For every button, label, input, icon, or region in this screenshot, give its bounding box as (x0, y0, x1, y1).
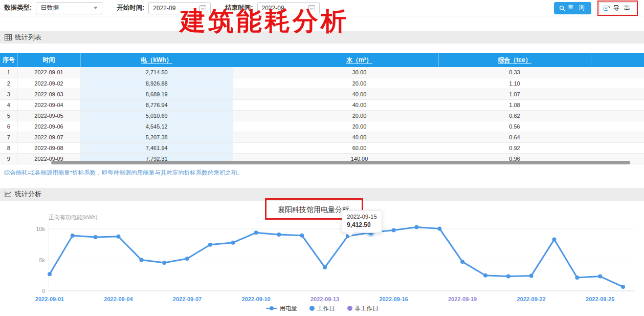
column-header-empty (591, 53, 644, 67)
y-axis-label: 正向有功电能(kWh) (49, 214, 97, 220)
table-icon (5, 34, 12, 40)
electricity-usage-chart[interactable]: 襄阳科技馆用电量分析 2022-09-15 9,412.50 正向有功电能(kW… (0, 201, 644, 316)
query-button-label: 查 询 (567, 4, 586, 12)
column-header-spacer (233, 53, 280, 67)
annotation-big-title: 建筑能耗分析 (180, 8, 349, 34)
table-cell: 8,689.19 (80, 89, 233, 99)
data-type-value: 日数据 (40, 4, 59, 12)
data-type-group: 数据类型: 日数据 (4, 2, 102, 14)
table-cell: 1.07 (438, 89, 591, 99)
x-tick-label: 2022-09-04 (104, 296, 133, 302)
column-header-index: 序号 (0, 53, 17, 67)
x-tick-label: 2022-09-10 (241, 296, 270, 302)
legend-item-workday[interactable]: 工作日 (309, 305, 335, 312)
data-point (529, 273, 534, 278)
data-point (552, 237, 557, 241)
data-point (208, 242, 212, 246)
table-row: 72022-09-075,207.3840.000.64 (0, 132, 644, 142)
data-point (48, 272, 52, 276)
table-cell (591, 121, 644, 132)
export-button-label: 导 出 (613, 4, 632, 12)
table-cell: 40.00 (280, 132, 438, 142)
table-cell (233, 132, 280, 142)
table-cell: 0.56 (438, 121, 591, 132)
table-cell (233, 67, 280, 78)
x-tick-label: 2022-09-19 (448, 296, 477, 302)
chevron-down-icon (94, 7, 98, 9)
table-cell: 7,461.94 (80, 142, 233, 153)
data-point (392, 228, 396, 232)
x-tick-label: 2022-09-01 (35, 296, 64, 302)
table-cell: 2,714.50 (80, 67, 233, 78)
table-cell (233, 78, 280, 89)
tooltip-value: 9,412.50 (347, 221, 377, 229)
table-row: 52022-09-055,010.6920.000.62 (0, 110, 644, 121)
data-type-select[interactable]: 日数据 (36, 2, 102, 14)
table-cell: 4 (0, 99, 17, 110)
legend-item-nonworkday[interactable]: 非工作日 (347, 305, 379, 312)
data-point (139, 258, 143, 262)
data-point (231, 240, 235, 244)
comprehensive-energy-footnote: 综合能耗=Σ各能源用能量*折标系数，即每种能源的用能量与其对应的折标系数的乘积之… (4, 169, 644, 177)
data-point (323, 265, 327, 269)
table-cell: 0.33 (438, 67, 591, 78)
water-sort-link[interactable]: 水（m³） (346, 56, 372, 64)
table-cell (233, 142, 280, 153)
export-button[interactable]: 导 出 (599, 2, 636, 14)
energy-stats-table: 序号 时间 电（kWh） 水（m³） 综合（tce） 12022-09-012,… (0, 53, 644, 164)
table-cell: 20.00 (280, 78, 438, 89)
table-cell: 2022-09-02 (17, 78, 80, 89)
table-cell: 8 (0, 142, 17, 153)
table-cell: 30.00 (280, 67, 438, 78)
data-point (300, 233, 304, 237)
table-cell: 3 (0, 89, 17, 99)
table-cell: 1.08 (438, 99, 591, 110)
table-cell (591, 67, 644, 78)
column-header-electricity: 电（kWh） (80, 53, 233, 67)
export-icon (604, 5, 611, 11)
horizontal-scrollbar[interactable] (51, 161, 630, 164)
table-cell: 20.00 (280, 110, 438, 121)
table-cell: 40.00 (280, 89, 438, 99)
data-point (94, 235, 98, 239)
table-row: 32022-09-038,689.1940.001.07 (0, 89, 644, 99)
data-point (185, 257, 189, 261)
start-time-label: 开始时间: (117, 4, 144, 12)
tooltip-date: 2022-09-15 (347, 213, 377, 221)
table-cell: 2022-09-06 (17, 121, 80, 132)
data-point (598, 274, 602, 278)
table-cell: 0.92 (438, 142, 591, 153)
y-tick-label: 5k (39, 257, 45, 263)
table-cell: 4,545.12 (80, 121, 233, 132)
legend-item-usage[interactable]: 用电量 (266, 305, 298, 312)
start-time-value: 2022-09 (153, 5, 175, 12)
x-tick-label: 2022-09-16 (379, 296, 408, 302)
line-marker-icon (266, 308, 277, 309)
table-row: 42022-09-048,776.9440.001.08 (0, 99, 644, 110)
y-tick-label: 0 (42, 288, 45, 294)
table-row: 22022-09-028,926.8820.001.10 (0, 78, 644, 89)
x-tick-label: 2022-09-25 (586, 296, 614, 302)
data-point (437, 226, 441, 230)
export-annotation-box: 导 出 (597, 1, 638, 16)
data-point (71, 234, 75, 238)
comprehensive-sort-link[interactable]: 综合（tce） (498, 56, 531, 64)
table-cell: 2022-09-05 (17, 110, 80, 121)
data-point (117, 234, 121, 238)
query-button[interactable]: 查 询 (554, 2, 591, 14)
table-cell: 0.62 (438, 110, 591, 121)
table-cell (233, 110, 280, 121)
table-cell (591, 99, 644, 110)
table-cell (591, 110, 644, 121)
x-tick-label: 2022-09-22 (517, 296, 545, 302)
legend-label-usage: 用电量 (280, 305, 298, 312)
stats-list-title: 统计列表 (15, 33, 41, 42)
table-cell: 40.00 (280, 99, 438, 110)
data-type-label: 数据类型: (4, 4, 32, 12)
electricity-sort-link[interactable]: 电（kWh） (141, 56, 172, 64)
table-cell: 5,207.38 (80, 132, 233, 142)
table-cell: 1 (0, 67, 17, 78)
table-cell (233, 89, 280, 99)
data-point (277, 232, 281, 236)
table-cell: 2022-09-07 (17, 132, 80, 142)
